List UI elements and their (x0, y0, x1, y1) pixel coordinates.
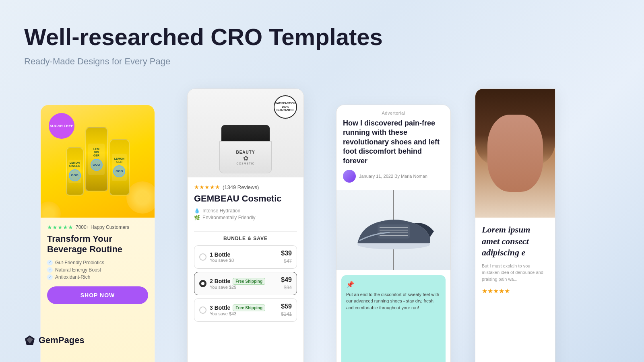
can-label-medium: LemonGer OOO (112, 154, 127, 181)
price-current-3: $59 (281, 303, 292, 310)
sugar-free-badge: SUGAR FREE (49, 113, 74, 139)
beauty-rating-row: ★★★★★ (1349 Reviews) (194, 184, 297, 190)
card-article-image: ||| (336, 190, 450, 270)
beauty-review-count: (1349 Reviews) (223, 184, 259, 190)
beverage-features: ✓ Gut-Friendly Probiotics ✓ Natural Ener… (47, 260, 148, 280)
price-original-3: $141 (281, 311, 292, 317)
logo-text: GemPages (39, 335, 85, 346)
jar-sub: COSMETIC (237, 162, 255, 165)
feature-icon-3: ✓ (47, 274, 53, 280)
cream-jar: BEAUTY ✿ COSMETIC (219, 125, 272, 173)
satisfaction-badge: SATISFACTION100%GUARANTEE (274, 95, 297, 119)
beverage-rating-label: 7000+ Happy Customers (76, 224, 129, 230)
card-beauty-product: Lorem ipsum amet consect adipiscing e Bu… (475, 88, 555, 362)
bundle-name-3: 3 Bottle (210, 304, 230, 311)
price-current-2: $49 (281, 276, 292, 284)
face (487, 115, 543, 192)
radio-1[interactable] (199, 253, 206, 261)
card-article-header: Advertorial How I discovered pain-free r… (336, 105, 450, 190)
bundle-info-3: 3 Bottle Free Shipping You save $43 (210, 304, 278, 316)
can-label-large: LemGinger OOO (88, 144, 105, 175)
price-original-2: $94 (284, 285, 292, 290)
page-title: Well-researched CRO Templates (24, 24, 620, 50)
bundle-info-1: 1 Bottle You save $8 (210, 251, 278, 263)
divider-1 (194, 231, 297, 232)
product-feature-text-1: Intense Hydration (202, 208, 240, 214)
radio-dot-2 (201, 282, 204, 285)
bundle-price-2: $49 $94 (281, 276, 292, 291)
author-avatar (343, 170, 356, 183)
feature-text-2: Natural Energy Boost (55, 267, 101, 273)
bundle-option-2[interactable]: 2 Bottle Free Shipping You save $29 $49 … (194, 272, 297, 295)
advertorial-label: Advertorial (343, 111, 444, 115)
cta-bubble: 📌 Put an end to the discomfort of sweaty… (341, 275, 446, 362)
card-beauty-content: Lorem ipsum amet consect adipiscing e Bu… (475, 218, 555, 362)
bundle-title: BUNDLE & SAVE (194, 236, 297, 241)
person-photo (475, 89, 555, 218)
jar-brand: BEAUTY (236, 150, 255, 154)
bundle-option-3[interactable]: 3 Bottle Free Shipping You save $43 $59 … (194, 298, 297, 322)
card-beauty-image: SATISFACTION100%GUARANTEE BEAUTY ✿ COSME… (188, 89, 303, 177)
svg-rect-1 (378, 224, 410, 239)
gem-logo-icon (24, 335, 35, 346)
price-current-1: $39 (281, 250, 292, 257)
jar-body: BEAUTY ✿ COSMETIC (219, 141, 272, 173)
can-text-large: LemGinger (93, 148, 99, 157)
page-subtitle: Ready-Made Designs for Every Page (24, 56, 620, 67)
can-text-small: LemonGinger (69, 161, 80, 167)
free-shipping-badge-3: Free Shipping (233, 304, 265, 311)
shop-now-button[interactable]: SHOP NOW (47, 286, 148, 304)
can-small: LemonGinger OOO (66, 147, 84, 195)
gempages-logo: GemPages (24, 335, 85, 346)
badge-text: SATISFACTION100%GUARANTEE (275, 102, 296, 112)
page-header: Well-researched CRO Templates Ready-Made… (0, 0, 644, 79)
card-beverage-image: SUGAR FREE LemonGinger OOO LemGinger OOO (41, 105, 155, 218)
radio-2[interactable] (199, 280, 206, 287)
author-info: January 11, 2022 By Maria Noman (359, 174, 427, 179)
cans-visual: LemonGinger OOO LemGinger OOO LemonGer O… (62, 123, 134, 200)
author-row: January 11, 2022 By Maria Noman (343, 170, 444, 183)
feature-2: ✓ Natural Energy Boost (47, 267, 148, 273)
leaf-icon: 🌿 (194, 215, 200, 220)
product-feature-text-2: Environmentally Friendly (202, 215, 255, 220)
cta-text: Put an end to the discomfort of sweaty f… (346, 292, 439, 310)
jar-logo: ✿ (243, 154, 248, 162)
lemon-decoration-1 (126, 181, 155, 214)
free-shipping-badge-2: Free Shipping (233, 278, 265, 285)
rating-row: ★★★★★ 7000+ Happy Customers (47, 224, 148, 230)
card4-stars: ★★★★★ (482, 287, 549, 295)
cards-container: SUGAR FREE LemonGinger OOO LemGinger OOO (0, 80, 644, 362)
bundle-save-3: You save $43 (210, 311, 278, 316)
pin-icon: 📌 (346, 280, 441, 290)
lorem-text: Lorem ipsum amet consect adipiscing e (482, 224, 549, 259)
card-beauty-content: ★★★★★ (1349 Reviews) GEMBEAU Cosmetic 💧 … (188, 177, 303, 362)
radio-3[interactable] (199, 306, 206, 314)
beverage-title: Transform Your Beverage Routine (47, 234, 148, 255)
feature-1: ✓ Gut-Friendly Probiotics (47, 260, 148, 265)
bundle-name-1: 1 Bottle (210, 251, 278, 258)
bundle-price-3: $59 $141 (281, 303, 292, 317)
shoe-svg (349, 209, 438, 249)
article-title: How I discovered pain-free running with … (343, 119, 444, 166)
card-article: Advertorial How I discovered pain-free r… (336, 105, 451, 362)
can-text-medium: LemonGer (114, 157, 124, 163)
feature-text-3: Antioxidant-Rich (55, 274, 90, 280)
card-beverage: SUGAR FREE LemonGinger OOO LemGinger OOO (40, 105, 155, 362)
can-medium: LemonGer OOO (109, 139, 130, 195)
bundle-save-1: You save $8 (210, 258, 278, 263)
feature-text-1: Gut-Friendly Probiotics (55, 260, 104, 265)
card-article-cta: 📌 Put an end to the discomfort of sweaty… (336, 270, 450, 362)
card-beauty: SATISFACTION100%GUARANTEE BEAUTY ✿ COSME… (187, 88, 304, 362)
product-features: 💧 Intense Hydration 🌿 Environmentally Fr… (194, 208, 297, 222)
can-large: LemGinger OOO (85, 127, 108, 191)
product-feature-2: 🌿 Environmentally Friendly (194, 215, 297, 220)
bundle-price-1: $39 $47 (281, 250, 292, 264)
product-feature-1: 💧 Intense Hydration (194, 208, 297, 214)
price-original-1: $47 (284, 258, 292, 264)
can-circle-small: OOO (69, 169, 81, 181)
bundle-save-2: You save $29 (210, 285, 278, 290)
bundle-option-1[interactable]: 1 Bottle You save $8 $39 $47 (194, 245, 297, 269)
product-name: GEMBEAU Cosmetic (194, 193, 297, 204)
feature-icon-1: ✓ (47, 260, 53, 265)
feature-3: ✓ Antioxidant-Rich (47, 274, 148, 280)
